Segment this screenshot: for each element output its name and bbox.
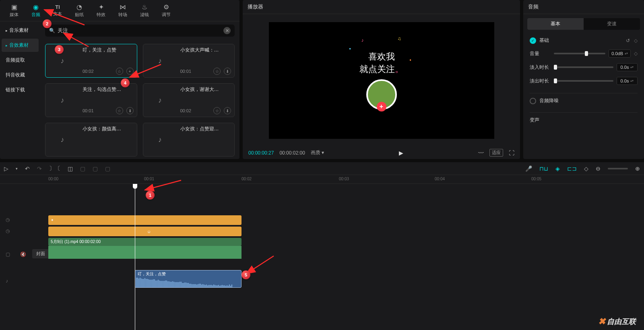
- nav-tab-audio[interactable]: ◉音频: [25, 2, 47, 19]
- sidebar-item-extract[interactable]: 音频提取: [2, 54, 39, 67]
- split-icon[interactable]: 〕〔: [49, 165, 60, 172]
- cursor-tool-icon[interactable]: ▷: [4, 165, 8, 172]
- zoom-out-icon[interactable]: ⊖: [596, 165, 601, 172]
- nav-tab-label: 特效: [97, 12, 105, 18]
- fadein-value[interactable]: 0.0s▴▾: [617, 63, 638, 71]
- confetti-icon: •: [349, 46, 351, 52]
- clear-search-button[interactable]: ✕: [223, 27, 231, 34]
- denoise-checkbox[interactable]: [530, 98, 536, 104]
- library-item[interactable]: ♪ 小女孩：点赞迎…: [143, 123, 235, 157]
- tool-icon[interactable]: ▢: [105, 165, 110, 172]
- fit-button[interactable]: 适应: [489, 149, 503, 157]
- effect-clip[interactable]: ☺: [48, 227, 242, 236]
- sidebar-item-douyin[interactable]: 抖音收藏: [2, 68, 39, 82]
- redo-icon[interactable]: ↷: [37, 165, 42, 172]
- undo-icon[interactable]: ↶: [25, 165, 30, 172]
- playhead[interactable]: [135, 184, 135, 330]
- waveform: [135, 278, 241, 287]
- text-icon: TI: [55, 4, 60, 10]
- favorite-icon[interactable]: ☆: [213, 68, 221, 75]
- nav-tab-transition[interactable]: ⋈转场: [112, 2, 134, 19]
- video-clip[interactable]: 5月9日 (1).mp4 00:00:02:00: [48, 238, 242, 246]
- fadein-label: 淡入时长: [530, 64, 551, 71]
- sidebar-item-link[interactable]: 链接下载: [2, 83, 39, 97]
- item-title: 小女孩：点赞迎…: [180, 126, 231, 132]
- tool-icon[interactable]: ▢: [93, 165, 98, 172]
- magnet-icon[interactable]: ⊓⊔: [539, 165, 548, 172]
- tool-icon[interactable]: ▢: [80, 165, 85, 172]
- favorite-icon[interactable]: ☆: [213, 107, 221, 114]
- sidebar-label: 音效素材: [9, 42, 29, 49]
- item-duration: 00:02: [83, 69, 94, 74]
- timecode-total: 00:00:02:00: [279, 150, 305, 156]
- snap-icon[interactable]: ⊏⊐: [567, 165, 577, 172]
- nav-tab-label: 调节: [162, 12, 171, 18]
- clip-label: 叮，关注，点赞: [138, 271, 166, 277]
- ruler-tick: 00:04: [435, 177, 445, 181]
- library-item[interactable]: ♪ 小女孩：颜值高…: [45, 123, 137, 157]
- confetti-icon: •: [410, 58, 411, 63]
- preview-text-1: 喜欢我: [368, 51, 395, 63]
- filter-icon: ♨: [142, 3, 147, 11]
- nav-tab-filter[interactable]: ♨滤镜: [134, 2, 155, 19]
- chevron-down-icon[interactable]: ▾: [16, 167, 18, 171]
- nav-tab-text[interactable]: TI文本: [47, 2, 68, 19]
- favorite-icon[interactable]: ☆: [116, 68, 123, 75]
- add-icon[interactable]: +: [126, 68, 134, 75]
- voice-changer-label: 变声: [530, 117, 539, 124]
- download-icon[interactable]: ⬇: [224, 107, 231, 114]
- download-icon[interactable]: ⬇: [224, 68, 231, 75]
- link-icon[interactable]: ◈: [555, 165, 560, 172]
- nav-tab-effect[interactable]: ✦特效: [90, 2, 112, 19]
- zoom-in-icon[interactable]: ⊕: [635, 165, 640, 172]
- sidebar-item-sfx[interactable]: ▸音效素材: [2, 39, 39, 52]
- zoom-slider[interactable]: [608, 168, 628, 169]
- library-item[interactable]: ♪ 小女孩大声喊：… 00:01☆⬇: [143, 44, 235, 78]
- nav-tab-label: 文本: [53, 11, 62, 17]
- nav-tab-media[interactable]: ▣媒体: [3, 2, 25, 19]
- player-title: 播放器: [243, 0, 520, 14]
- play-button[interactable]: ▶: [399, 150, 403, 156]
- search-input[interactable]: [58, 28, 223, 34]
- library-grid: ♪ 叮，关注，点赞 00:02☆+ ♪ 小女孩大声喊：… 00:01☆⬇: [45, 44, 235, 157]
- chevron-right-icon: ▸: [6, 29, 8, 33]
- waveform-icon[interactable]: 〰: [478, 150, 484, 156]
- timeline-tracks[interactable]: ◷ ◷ ✦ ☺ ▢ 🔇 封面 5月9日 (1).mp4 00:00:02:00 …: [0, 184, 644, 330]
- timeline-ruler[interactable]: 00:00 00:01 00:02 00:03 00:04 00:05: [0, 175, 644, 184]
- reset-icon[interactable]: ↺: [626, 38, 630, 43]
- download-icon[interactable]: ⬇: [126, 107, 134, 114]
- fadeout-value[interactable]: 0.0s▴▾: [617, 77, 638, 85]
- basic-checkbox[interactable]: ✓: [530, 37, 536, 44]
- nav-tab-sticker[interactable]: ◔贴纸: [68, 2, 90, 19]
- sidebar-label: 音频提取: [6, 57, 25, 64]
- keyframe-icon[interactable]: ◇: [634, 38, 638, 43]
- favorite-icon[interactable]: ☆: [116, 107, 123, 114]
- mic-icon[interactable]: 🎤: [525, 165, 532, 172]
- music-note-icon: ♪: [143, 123, 177, 156]
- nav-tab-adjust[interactable]: ⚙调节: [155, 2, 177, 19]
- section-label: 基础: [539, 37, 549, 44]
- keyframe-icon[interactable]: ◇: [634, 51, 638, 56]
- props-tab-voice[interactable]: 变速: [584, 18, 640, 30]
- nav-tab-label: 音频: [31, 12, 40, 18]
- item-duration: 00:01: [180, 69, 192, 74]
- crop-icon[interactable]: ◫: [68, 165, 73, 172]
- sidebar-item-music[interactable]: ▸音乐素材: [2, 24, 39, 37]
- item-duration: 00:02: [180, 108, 192, 113]
- audio-clip[interactable]: 叮，关注，点赞: [135, 270, 242, 288]
- item-title: 小女孩：颜值高…: [83, 126, 134, 132]
- align-icon[interactable]: ◇: [584, 165, 588, 172]
- fadeout-slider[interactable]: [554, 80, 613, 82]
- volume-slider[interactable]: [554, 53, 605, 54]
- item-duration: 00:01: [83, 108, 94, 113]
- library-item[interactable]: ♪ 小女孩，谢谢大… 00:02☆⬇: [143, 83, 235, 117]
- quality-selector[interactable]: 画质 ▾: [311, 149, 324, 156]
- library-item[interactable]: ♪ 关注，勾选点赞… 00:01☆⬇: [45, 83, 137, 117]
- effect-clip[interactable]: ✦: [48, 215, 242, 225]
- preview-canvas[interactable]: ♪ ♫ • • 喜欢我 就点关注。 +: [269, 22, 494, 139]
- props-tab-basic[interactable]: 基本: [527, 18, 584, 30]
- video-clip-body[interactable]: [48, 246, 242, 259]
- fadein-slider[interactable]: [554, 66, 613, 68]
- fullscreen-icon[interactable]: ⛶: [509, 150, 514, 156]
- volume-value[interactable]: 0.0dB▴▾: [609, 50, 631, 58]
